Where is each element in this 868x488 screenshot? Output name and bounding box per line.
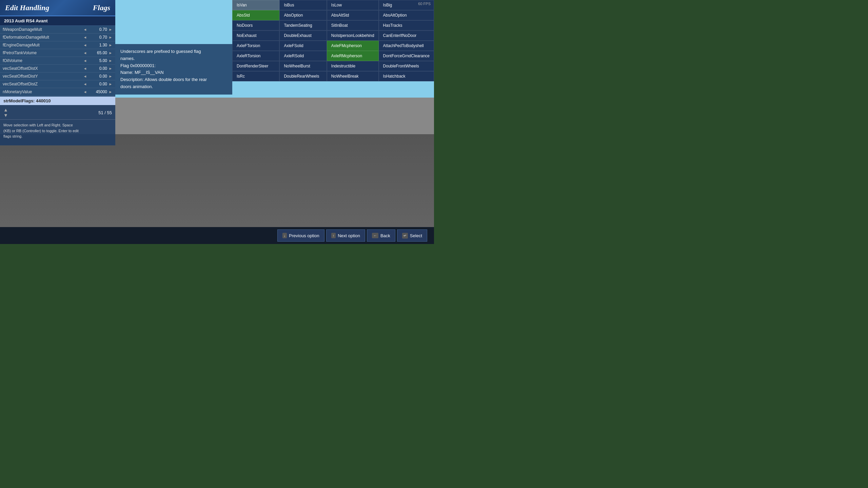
right-arrow[interactable]: ► bbox=[108, 82, 113, 86]
flag-cell[interactable]: AxleFSolid bbox=[279, 41, 327, 51]
left-arrow[interactable]: ◄ bbox=[83, 51, 87, 55]
flags-panel: IsVanIsBusIsLowIsBigAbsStdAbsOptionAbsAl… bbox=[232, 0, 434, 81]
flag-cell[interactable]: DoubleRearWheels bbox=[279, 71, 327, 81]
flags-display[interactable]: strModelFlags: 440010 bbox=[0, 97, 115, 105]
left-arrow[interactable]: ◄ bbox=[83, 35, 87, 39]
right-arrow[interactable]: ► bbox=[108, 66, 113, 70]
property-name: nMonetaryValue bbox=[3, 89, 83, 94]
property-name: vecSeatOffsetDistZ bbox=[3, 82, 83, 86]
property-value: 0.00 bbox=[88, 82, 107, 86]
left-arrow[interactable]: ◄ bbox=[83, 82, 87, 86]
right-arrow[interactable]: ► bbox=[108, 35, 113, 39]
help-text: Move selection with Left and Right. Spac… bbox=[0, 119, 115, 142]
flags-grid: IsVanIsBusIsLowIsBigAbsStdAbsOptionAbsAl… bbox=[232, 0, 434, 81]
property-row[interactable]: fEngineDamageMult ◄ 1.30 ► bbox=[0, 41, 115, 49]
property-name: fWeaponDamageMult bbox=[3, 27, 83, 32]
flag-cell[interactable]: DontRenderSteer bbox=[232, 61, 279, 71]
flag-cell[interactable]: AbsOption bbox=[279, 10, 327, 20]
select-icon: ↵ bbox=[402, 233, 408, 239]
flag-cell[interactable]: IsLow bbox=[327, 0, 379, 10]
description-line3: Flag 0x00000001: bbox=[120, 62, 227, 69]
flag-cell[interactable]: AxleRMcpherson bbox=[327, 51, 379, 61]
description-line2: names. bbox=[120, 55, 227, 62]
flag-cell[interactable]: AbsAltStd bbox=[327, 10, 379, 20]
flag-cell[interactable]: Indestructible bbox=[327, 61, 379, 71]
left-arrow[interactable]: ◄ bbox=[83, 74, 87, 78]
down-arrow-icon[interactable]: ▼ bbox=[3, 113, 8, 118]
property-value: 45000 bbox=[88, 89, 107, 94]
next-option-label: Next option bbox=[338, 233, 360, 238]
right-arrow[interactable]: ► bbox=[108, 43, 113, 47]
property-row[interactable]: fDeformationDamageMult ◄ 0.70 ► bbox=[0, 34, 115, 41]
flag-cell[interactable]: DoubleFrontWheels bbox=[379, 61, 434, 71]
flag-cell[interactable]: DoubleExhaust bbox=[279, 30, 327, 41]
counter-arrows[interactable]: ▲ ▼ bbox=[3, 107, 8, 118]
property-value: 0.70 bbox=[88, 35, 107, 40]
property-row[interactable]: vecSeatOffsetDistX ◄ 0.00 ► bbox=[0, 65, 115, 73]
flag-cell[interactable]: NoWheelBurst bbox=[279, 61, 327, 71]
property-row[interactable]: vecSeatOffsetDistZ ◄ 0.00 ► bbox=[0, 80, 115, 88]
property-value: 65.00 bbox=[88, 50, 107, 55]
right-arrow[interactable]: ► bbox=[108, 59, 113, 63]
property-controls: ◄ 45000 ► bbox=[83, 89, 113, 94]
flag-cell[interactable]: IsVan bbox=[232, 0, 279, 10]
left-arrow[interactable]: ◄ bbox=[83, 90, 87, 94]
property-name: fOilVolume bbox=[3, 58, 83, 63]
flag-cell[interactable]: NoExhaust bbox=[232, 30, 279, 41]
flag-cell[interactable]: IsHatchback bbox=[379, 71, 434, 81]
property-controls: ◄ 0.00 ► bbox=[83, 74, 113, 79]
counter-row: ▲ ▼ 51 / 55 bbox=[0, 106, 115, 119]
flag-cell[interactable]: AttachPedToBodyshell bbox=[379, 41, 434, 51]
flag-cell[interactable]: HasTracks bbox=[379, 20, 434, 30]
select-button[interactable]: ↵ Select bbox=[397, 229, 427, 242]
left-panel: Edit Handling Flags 2013 Audi RS4 Avant … bbox=[0, 0, 115, 145]
flag-cell[interactable]: AbsAltOption bbox=[379, 10, 434, 20]
up-arrow-icon[interactable]: ▲ bbox=[3, 107, 8, 113]
fps-counter: 60 FPS bbox=[418, 2, 431, 6]
back-label: Back bbox=[380, 233, 390, 238]
next-option-button[interactable]: ↑ Next option bbox=[326, 229, 365, 242]
flag-cell[interactable]: TandemSeating bbox=[279, 20, 327, 30]
property-row[interactable]: fPetrolTankVolume ◄ 65.00 ► bbox=[0, 49, 115, 57]
description-panel: Underscores are prefixed to guessed flag… bbox=[115, 44, 232, 95]
flag-cell[interactable]: NoDoors bbox=[232, 20, 279, 30]
flag-cell[interactable]: IsRc bbox=[232, 71, 279, 81]
edit-handling-title: Edit Handling bbox=[5, 3, 49, 12]
property-row[interactable]: nMonetaryValue ◄ 45000 ► bbox=[0, 88, 115, 96]
right-arrow[interactable]: ► bbox=[108, 51, 113, 55]
flag-cell[interactable]: CanEnterIfNoDoor bbox=[379, 30, 434, 41]
flag-cell[interactable]: NoWheelBreak bbox=[327, 71, 379, 81]
flag-cell[interactable]: IsBus bbox=[279, 0, 327, 10]
flag-cell[interactable]: DontForceGrndClearance bbox=[379, 51, 434, 61]
flag-cell[interactable]: SitInBoat bbox=[327, 20, 379, 30]
property-value: 1.30 bbox=[88, 43, 107, 47]
property-row[interactable]: fOilVolume ◄ 5.00 ► bbox=[0, 57, 115, 65]
previous-option-button[interactable]: ↓ Previous option bbox=[277, 229, 324, 242]
properties-list: fWeaponDamageMult ◄ 0.70 ► fDeformationD… bbox=[0, 26, 115, 96]
flag-cell[interactable]: AbsStd bbox=[232, 10, 279, 20]
panel-header: Edit Handling Flags bbox=[0, 0, 115, 16]
property-row[interactable]: vecSeatOffsetDistY ◄ 0.00 ► bbox=[0, 73, 115, 80]
property-controls: ◄ 5.00 ► bbox=[83, 58, 113, 63]
property-controls: ◄ 1.30 ► bbox=[83, 43, 113, 47]
property-value: 0.70 bbox=[88, 27, 107, 32]
flag-cell[interactable]: AxleRSolid bbox=[279, 51, 327, 61]
property-value: 0.00 bbox=[88, 66, 107, 71]
flag-cell[interactable]: AxleFMcpherson bbox=[327, 41, 379, 51]
left-arrow[interactable]: ◄ bbox=[83, 66, 87, 70]
right-arrow[interactable]: ► bbox=[108, 74, 113, 78]
flags-title: Flags bbox=[93, 3, 110, 12]
property-row[interactable]: fWeaponDamageMult ◄ 0.70 ► bbox=[0, 26, 115, 34]
left-arrow[interactable]: ◄ bbox=[83, 59, 87, 63]
help-text-content: Move selection with Left and Right. Spac… bbox=[3, 123, 79, 138]
right-arrow[interactable]: ► bbox=[108, 27, 113, 32]
right-arrow[interactable]: ► bbox=[108, 90, 113, 94]
flag-cell[interactable]: NoIstpersonLookbehind bbox=[327, 30, 379, 41]
left-arrow[interactable]: ◄ bbox=[83, 27, 87, 32]
flag-cell[interactable]: AxleFTorsion bbox=[232, 41, 279, 51]
back-icon: ← bbox=[372, 233, 378, 238]
flag-cell[interactable]: AxleRTorsion bbox=[232, 51, 279, 61]
property-controls: ◄ 0.70 ► bbox=[83, 27, 113, 32]
back-button[interactable]: ← Back bbox=[367, 229, 395, 242]
left-arrow[interactable]: ◄ bbox=[83, 43, 87, 47]
